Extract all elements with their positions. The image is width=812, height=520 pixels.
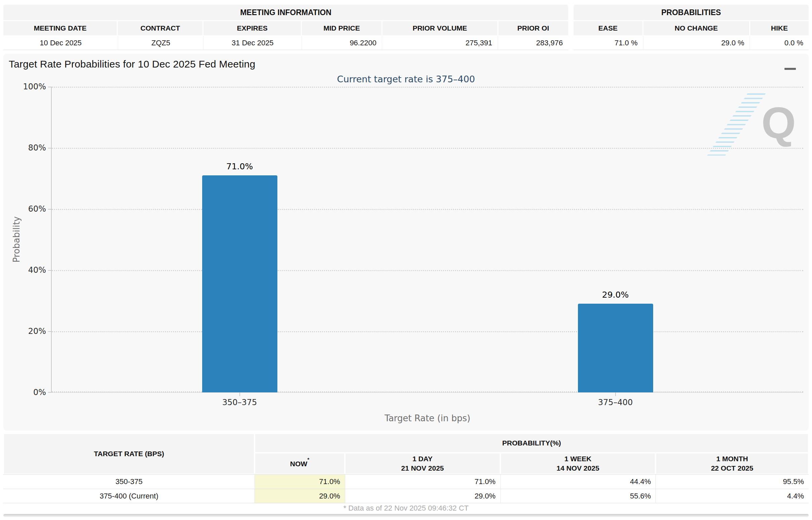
x-category-label-375-400: 375–400	[562, 398, 669, 407]
one-month-probability-cell: 4.4%	[655, 489, 809, 503]
target-rate-chart-panel: Target Rate Probabilities for 10 Dec 202…	[3, 54, 809, 431]
meeting-information-header-row: MEETING DATE CONTRACT EXPIRES MID PRICE …	[3, 21, 568, 35]
gridline-100	[52, 87, 803, 88]
hamburger-menu-icon[interactable]	[784, 60, 796, 71]
column-header-ease: EASE	[574, 21, 643, 35]
hike-value: 0.0 %	[750, 36, 809, 50]
one-week-date: 14 NOV 2025	[557, 464, 599, 473]
one-day-date: 21 NOV 2025	[401, 464, 444, 473]
expires-value: 31 Dec 2025	[203, 36, 302, 50]
one-day-probability-cell: 71.0%	[345, 474, 500, 489]
one-month-probability-cell: 95.5%	[655, 474, 809, 489]
now-probability-cell: 29.0%	[254, 489, 345, 503]
column-header-1-month: 1 MONTH 22 OCT 2025	[655, 453, 809, 474]
column-header-1-day: 1 DAY 21 NOV 2025	[345, 453, 500, 474]
gridline-20	[52, 331, 803, 332]
y-tick	[48, 148, 51, 149]
probabilities-summary-table: PROBABILITIES EASE NO CHANGE HIKE 71.0 %…	[574, 5, 809, 50]
target-rate-bps-header: TARGET RATE (BPS)	[3, 433, 254, 474]
contract-value: ZQZ5	[118, 36, 203, 50]
bar-value-label: 29.0%	[578, 290, 653, 300]
bar-column-375-400[interactable]: 29.0%	[578, 87, 653, 392]
x-tick	[239, 392, 240, 396]
gridline-0	[52, 391, 803, 392]
x-axis-title: Target Rate (in bps)	[52, 413, 803, 423]
rate-cell: 375-400 (Current)	[3, 489, 254, 503]
now-probability-cell: 71.0%	[254, 474, 345, 489]
section-divider	[3, 514, 809, 517]
x-tick	[615, 392, 616, 396]
bar-375-400[interactable]	[578, 304, 653, 392]
probability-history-table: TARGET RATE (BPS) PROBABILITY(%) NOW* 1 …	[3, 433, 809, 503]
meeting-information-data-row: 10 Dec 2025 ZQZ5 31 Dec 2025 96.2200 275…	[3, 36, 568, 50]
y-tick	[48, 331, 51, 332]
prior-oi-value: 283,976	[498, 36, 568, 50]
bar-value-label: 71.0%	[202, 162, 277, 171]
y-tick	[48, 87, 51, 87]
one-day-probability-cell: 29.0%	[345, 489, 500, 503]
column-header-prior-oi: PRIOR OI	[498, 21, 568, 35]
x-category-label-350-375: 350–375	[186, 398, 294, 407]
chart-subtitle: Current target rate is 375–400	[3, 74, 809, 84]
hamburger-bar	[784, 68, 796, 70]
meeting-information-title: MEETING INFORMATION	[3, 5, 568, 20]
one-month-label: 1 MONTH	[716, 454, 748, 464]
prior-volume-value: 275,391	[382, 36, 498, 50]
column-header-mid-price: MID PRICE	[302, 21, 381, 35]
data-as-of-footnote: * Data as of 22 Nov 2025 09:46:32 CT	[0, 504, 812, 513]
column-header-hike: HIKE	[750, 21, 809, 35]
probabilities-header-row: EASE NO CHANGE HIKE	[574, 21, 809, 35]
now-label: NOW	[290, 460, 307, 468]
probabilities-title: PROBABILITIES	[574, 5, 809, 20]
bar-column-350-375[interactable]: 71.0%	[202, 87, 277, 392]
gridline-60	[52, 209, 803, 210]
one-week-probability-cell: 44.4%	[500, 474, 656, 489]
ease-value: 71.0 %	[574, 36, 643, 50]
one-week-label: 1 WEEK	[565, 454, 592, 464]
bar-350-375[interactable]	[202, 175, 277, 392]
column-header-expires: EXPIRES	[204, 21, 301, 35]
gridline-80	[52, 148, 803, 149]
column-header-contract: CONTRACT	[118, 21, 202, 35]
column-header-no-change: NO CHANGE	[643, 21, 749, 35]
column-header-1-week: 1 WEEK 14 NOV 2025	[500, 453, 656, 474]
y-axis-title-text: Probability	[11, 216, 22, 262]
probabilities-data-row: 71.0 % 29.0 % 0.0 %	[574, 36, 809, 50]
meeting-information-table: MEETING INFORMATION MEETING DATE CONTRAC…	[3, 5, 568, 50]
no-change-value: 29.0 %	[643, 36, 750, 50]
one-week-probability-cell: 55.6%	[500, 489, 656, 503]
y-tick	[48, 270, 51, 271]
probability-group-header: PROBABILITY(%)	[254, 433, 809, 453]
gridline-40	[52, 270, 803, 271]
y-axis-title: Probability	[11, 87, 22, 392]
column-header-prior-volume: PRIOR VOLUME	[382, 21, 497, 35]
mid-price-value: 96.2200	[302, 36, 382, 50]
now-asterisk: *	[307, 457, 309, 462]
meeting-date-value: 10 Dec 2025	[3, 36, 118, 50]
column-header-now: NOW*	[254, 453, 345, 474]
plot-area: 100% 80% 60% 40% 20% 0% Probability 71.0…	[51, 87, 803, 393]
one-day-label: 1 DAY	[412, 454, 433, 464]
y-tick	[48, 392, 51, 393]
y-tick	[48, 209, 51, 210]
chart-title: Target Rate Probabilities for 10 Dec 202…	[9, 58, 255, 70]
one-month-date: 22 OCT 2025	[711, 464, 753, 473]
rate-cell: 350-375	[3, 474, 254, 489]
column-header-meeting-date: MEETING DATE	[3, 21, 117, 35]
